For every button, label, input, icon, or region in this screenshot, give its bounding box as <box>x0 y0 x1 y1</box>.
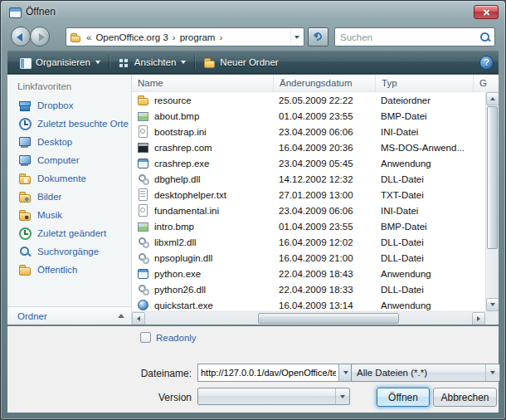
table-row[interactable]: about.bmp 01.04.2009 23:55 BMP-Datei <box>132 108 486 124</box>
table-row[interactable]: python26.dll 22.04.2009 18:33 DLL-Datei <box>132 281 486 297</box>
file-date: 22.04.2009 18:43 <box>273 269 375 279</box>
dll-file-icon <box>137 252 149 264</box>
filename-input[interactable] <box>198 364 338 381</box>
dialog-icon <box>8 6 21 18</box>
folders-expander[interactable]: Ordner <box>7 306 131 325</box>
version-dropdown-button[interactable] <box>335 388 349 404</box>
horizontal-scrollbar[interactable] <box>132 311 485 325</box>
vertical-scrollbar-thumb[interactable] <box>487 106 498 249</box>
music-folder-icon <box>18 208 32 222</box>
version-label: Version <box>7 392 192 403</box>
back-button[interactable] <box>11 27 31 46</box>
file-name: npsoplugin.dll <box>154 253 212 263</box>
file-date: 16.04.2009 12:02 <box>273 237 375 247</box>
open-button-label: Öffnen <box>388 392 418 403</box>
search-icon[interactable] <box>478 30 493 45</box>
table-row[interactable]: intro.bmp 01.04.2009 23:55 BMP-Datei <box>132 218 486 234</box>
table-row[interactable]: desktophelper.txt 27.01.2009 13:00 TXT-D… <box>132 187 486 203</box>
sidebar-item-documents[interactable]: Dokumente <box>7 169 131 188</box>
file-date: 16.04.2009 21:00 <box>273 253 375 263</box>
table-row[interactable]: libxml2.dll 16.04.2009 12:02 DLL-Datei <box>132 234 486 250</box>
sidebar-item-music[interactable]: Musik <box>7 206 131 224</box>
file-type-dropdown[interactable]: Alle Dateien (*.*) <box>351 364 500 382</box>
command-toolbar: Organisieren Ansichten Neuer Ordner ? <box>7 51 499 74</box>
file-type: BMP-Datei <box>375 111 473 121</box>
table-row[interactable]: dbghelp.dll 14.12.2002 12:32 DLL-Datei <box>132 171 486 187</box>
file-name: about.bmp <box>154 111 199 121</box>
refresh-button[interactable] <box>308 27 328 46</box>
organize-button[interactable]: Organisieren <box>12 53 107 71</box>
back-arrow-icon <box>17 33 22 42</box>
open-button[interactable]: Öffnen <box>377 388 430 407</box>
table-row[interactable]: quickstart.exe 16.04.2009 13:14 Anwendun… <box>132 297 486 311</box>
sidebar-item-pictures[interactable]: Bilder <box>7 188 131 206</box>
sidebar-item-public[interactable]: Öffentlich <box>7 261 131 279</box>
sidebar-item-searches[interactable]: Suchvorgänge <box>7 242 131 261</box>
breadcrumb-collapsed-chevron[interactable]: « <box>85 32 93 42</box>
readonly-option[interactable]: Readonly <box>140 332 197 343</box>
file-date: 01.04.2009 23:55 <box>273 111 375 121</box>
file-type-value: Alle Dateien (*.*) <box>352 368 485 378</box>
folders-label: Ordner <box>17 311 47 321</box>
sidebar-item-dropbox[interactable]: Dropbox <box>7 96 131 115</box>
file-name: bootstrap.ini <box>154 127 207 137</box>
file-type: INI-Datei <box>375 206 473 216</box>
scroll-right-button[interactable] <box>472 312 485 325</box>
sidebar-item-recent-places[interactable]: Zuletzt besuchte Orte <box>7 115 131 133</box>
table-row[interactable]: bootstrap.ini 23.04.2009 06:06 INI-Datei <box>132 124 486 139</box>
breadcrumb-item-program[interactable]: program <box>178 32 218 42</box>
sidebar-item-recently-changed[interactable]: Zuletzt geändert <box>7 224 131 242</box>
readonly-checkbox[interactable] <box>140 332 151 343</box>
new-folder-button[interactable]: Neuer Ordner <box>197 53 285 71</box>
scroll-left-button[interactable] <box>132 312 145 325</box>
breadcrumb-item-openoffice[interactable]: OpenOffice.org 3 <box>93 32 170 42</box>
breadcrumb-dropdown-button[interactable] <box>290 29 302 45</box>
file-type: BMP-Datei <box>375 222 473 232</box>
horizontal-scrollbar-thumb[interactable] <box>258 313 399 324</box>
breadcrumb[interactable]: « OpenOffice.org 3 › program › <box>66 27 304 46</box>
cancel-button[interactable]: Abbrechen <box>433 388 497 407</box>
table-row[interactable]: crashrep.com 16.04.2009 20:36 MS-DOS-Anw… <box>132 139 486 155</box>
table-row[interactable]: fundamental.ini 23.04.2009 06:06 INI-Dat… <box>132 203 486 218</box>
file-rows: resource 25.05.2009 22:22 Dateiordner ab… <box>132 92 486 311</box>
dropbox-icon <box>18 99 32 112</box>
file-date: 23.04.2009 06:06 <box>273 206 375 216</box>
breadcrumb-separator-icon[interactable]: › <box>217 32 224 42</box>
help-button[interactable]: ? <box>479 56 494 70</box>
dll-file-icon <box>137 173 149 185</box>
table-row[interactable]: resource 25.05.2009 22:22 Dateiordner <box>132 92 486 108</box>
file-date: 23.04.2009 05:45 <box>273 159 375 168</box>
quickstart-application-icon <box>137 299 149 311</box>
sidebar-item-label: Desktop <box>37 137 72 147</box>
computer-icon <box>18 154 32 167</box>
version-dropdown[interactable] <box>197 388 350 405</box>
column-header-name[interactable]: Name <box>132 75 273 91</box>
close-button[interactable] <box>474 5 499 19</box>
documents-folder-icon <box>18 172 32 185</box>
file-type-dropdown-button[interactable] <box>485 364 499 381</box>
sidebar-item-computer[interactable]: Computer <box>7 151 131 169</box>
column-header-size[interactable]: G <box>473 75 499 91</box>
table-row[interactable]: crashrep.exe 23.04.2009 05:45 Anwendung <box>132 155 486 171</box>
file-type: Anwendung <box>375 269 473 279</box>
table-row[interactable]: python.exe 22.04.2009 18:43 Anwendung <box>132 266 486 281</box>
column-header-type[interactable]: Typ <box>375 75 473 91</box>
column-header-date[interactable]: Änderungsdatum <box>273 75 375 91</box>
favorites-header: Linkfavoriten <box>7 75 131 96</box>
open-file-dialog: Öffnen « OpenOffice.org 3 › program › <box>0 0 506 420</box>
bmp-image-icon <box>137 220 149 232</box>
search-input[interactable] <box>335 32 478 42</box>
forward-button[interactable] <box>30 27 50 46</box>
views-button[interactable]: Ansichten <box>111 53 193 71</box>
folder-icon <box>137 94 149 106</box>
table-row[interactable]: npsoplugin.dll 16.04.2009 21:00 DLL-Date… <box>132 250 486 266</box>
title-bar[interactable]: Öffnen <box>1 1 505 23</box>
scroll-up-button[interactable] <box>486 92 499 105</box>
sidebar-item-desktop[interactable]: Desktop <box>7 133 131 151</box>
chevron-up-icon <box>118 314 124 318</box>
vertical-scrollbar[interactable] <box>485 92 499 311</box>
help-icon: ? <box>484 57 489 67</box>
breadcrumb-separator-icon[interactable]: › <box>171 32 178 42</box>
scroll-down-button[interactable] <box>486 298 499 311</box>
file-name: intro.bmp <box>154 222 194 232</box>
